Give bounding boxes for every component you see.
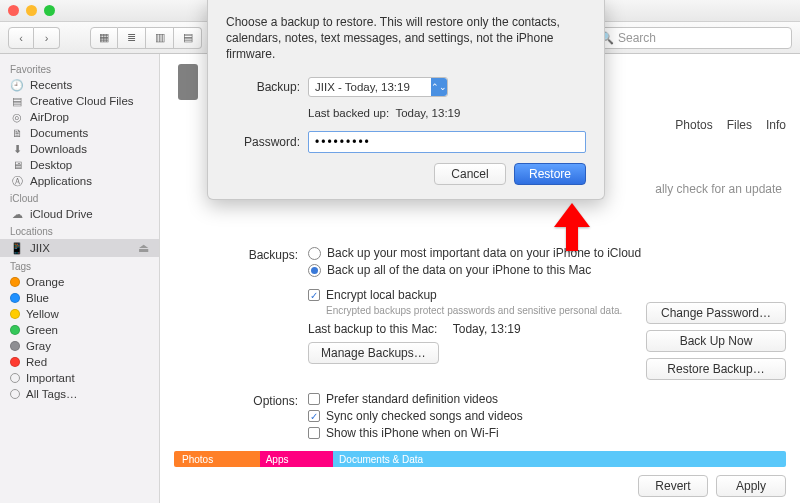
sidebar-section-tags: Tags [0, 257, 159, 274]
sidebar: Favorites 🕘Recents ▤Creative Cloud Files… [0, 54, 160, 503]
sidebar-item-creative-cloud[interactable]: ▤Creative Cloud Files [0, 93, 159, 109]
desktop-icon: 🖥 [10, 159, 24, 171]
checkbox-icon [308, 410, 320, 422]
auto-update-text: ally check for an update [655, 182, 782, 196]
sheet-password-label: Password: [226, 135, 300, 149]
airdrop-icon: ◎ [10, 111, 24, 123]
search-field[interactable]: 🔍 Search [592, 27, 792, 49]
tag-circle-icon [10, 373, 20, 383]
backup-select-popup[interactable]: JIIX - Today, 13:19 ⌃⌄ [308, 77, 448, 97]
tab-photos[interactable]: Photos [675, 118, 712, 132]
sidebar-item-recents[interactable]: 🕘Recents [0, 77, 159, 93]
tag-dot-icon [10, 309, 20, 319]
folder-icon: ▤ [10, 95, 24, 107]
tag-circle-icon [10, 389, 20, 399]
change-password-button[interactable]: Change Password… [646, 302, 786, 324]
sidebar-item-applications[interactable]: ⒶApplications [0, 173, 159, 189]
close-window-button[interactable] [8, 5, 19, 16]
sidebar-tag-gray[interactable]: Gray [0, 338, 159, 354]
revert-button[interactable]: Revert [638, 475, 708, 497]
phone-icon: 📱 [10, 242, 24, 254]
sheet-password-field[interactable] [308, 131, 586, 153]
view-list-button[interactable]: ≣ [118, 27, 146, 49]
sidebar-item-device-jiix[interactable]: 📱JIIX⏏ [0, 239, 159, 257]
backup-option-mac[interactable]: Back up all of the data on your iPhone t… [308, 263, 782, 277]
eject-icon[interactable]: ⏏ [138, 241, 149, 255]
sheet-backup-label: Backup: [226, 80, 300, 94]
cloud-icon: ☁ [10, 208, 24, 220]
document-icon: 🗎 [10, 127, 24, 139]
last-backup-value: Today, 13:19 [453, 322, 521, 336]
sidebar-tag-orange[interactable]: Orange [0, 274, 159, 290]
tag-dot-icon [10, 293, 20, 303]
apps-icon: Ⓐ [10, 175, 24, 187]
sheet-cancel-button[interactable]: Cancel [434, 163, 506, 185]
tag-dot-icon [10, 325, 20, 335]
back-button[interactable]: ‹ [8, 27, 34, 49]
forward-button[interactable]: › [34, 27, 60, 49]
storage-segment-apps: Apps [260, 451, 333, 467]
sheet-last-backed-value: Today, 13:19 [395, 107, 460, 119]
search-placeholder: Search [618, 31, 656, 45]
backup-select-value: JIIX - Today, 13:19 [315, 81, 410, 93]
clock-icon: 🕘 [10, 79, 24, 91]
restore-backup-sheet: Choose a backup to restore. This will re… [207, 0, 605, 200]
sidebar-section-icloud: iCloud [0, 189, 159, 206]
device-image-icon [178, 64, 198, 100]
storage-bar: Photos Apps Documents & Data [174, 451, 786, 467]
options-heading: Options: [178, 392, 298, 408]
sidebar-section-locations: Locations [0, 222, 159, 239]
restore-backup-button[interactable]: Restore Backup… [646, 358, 786, 380]
storage-segment-docs: Documents & Data [333, 451, 786, 467]
backups-heading: Backups: [178, 246, 298, 262]
chevron-updown-icon: ⌃⌄ [431, 78, 447, 96]
download-icon: ⬇ [10, 143, 24, 155]
checkbox-icon [308, 427, 320, 439]
checkbox-icon [308, 289, 320, 301]
view-gallery-button[interactable]: ▤ [174, 27, 202, 49]
sidebar-item-airdrop[interactable]: ◎AirDrop [0, 109, 159, 125]
last-backup-label: Last backup to this Mac: [308, 322, 437, 336]
sidebar-tag-green[interactable]: Green [0, 322, 159, 338]
backup-option-icloud[interactable]: Back up your most important data on your… [308, 246, 782, 260]
back-up-now-button[interactable]: Back Up Now [646, 330, 786, 352]
radio-icon [308, 247, 321, 260]
option-sync-checked[interactable]: Sync only checked songs and videos [308, 409, 782, 423]
tab-info[interactable]: Info [766, 118, 786, 132]
encrypt-backup-checkbox[interactable]: Encrypt local backup [308, 288, 782, 302]
option-show-wifi[interactable]: Show this iPhone when on Wi-Fi [308, 426, 782, 440]
sheet-restore-button[interactable]: Restore [514, 163, 586, 185]
tab-files[interactable]: Files [727, 118, 752, 132]
instruction-arrow-icon [554, 203, 600, 256]
view-columns-button[interactable]: ▥ [146, 27, 174, 49]
svg-marker-0 [554, 203, 590, 251]
sidebar-tag-important[interactable]: Important [0, 370, 159, 386]
tag-dot-icon [10, 357, 20, 367]
sidebar-item-icloud-drive[interactable]: ☁iCloud Drive [0, 206, 159, 222]
tag-dot-icon [10, 277, 20, 287]
view-icons-button[interactable]: ▦ [90, 27, 118, 49]
zoom-window-button[interactable] [44, 5, 55, 16]
sidebar-item-documents[interactable]: 🗎Documents [0, 125, 159, 141]
sidebar-all-tags[interactable]: All Tags… [0, 386, 159, 402]
sheet-message: Choose a backup to restore. This will re… [226, 14, 586, 63]
option-sd-video[interactable]: Prefer standard definition videos [308, 392, 782, 406]
sidebar-tag-red[interactable]: Red [0, 354, 159, 370]
checkbox-icon [308, 393, 320, 405]
sidebar-tag-yellow[interactable]: Yellow [0, 306, 159, 322]
apply-button[interactable]: Apply [716, 475, 786, 497]
sidebar-item-downloads[interactable]: ⬇Downloads [0, 141, 159, 157]
tag-dot-icon [10, 341, 20, 351]
radio-icon [308, 264, 321, 277]
sheet-last-backed-label: Last backed up: [308, 107, 389, 119]
manage-backups-button[interactable]: Manage Backups… [308, 342, 439, 364]
sidebar-section-favorites: Favorites [0, 60, 159, 77]
sidebar-item-desktop[interactable]: 🖥Desktop [0, 157, 159, 173]
sidebar-tag-blue[interactable]: Blue [0, 290, 159, 306]
storage-segment-photos: Photos [174, 451, 260, 467]
minimize-window-button[interactable] [26, 5, 37, 16]
